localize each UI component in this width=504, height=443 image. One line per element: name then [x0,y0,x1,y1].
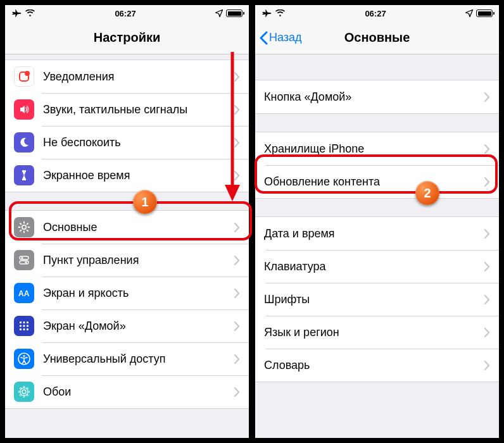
row-fonts[interactable]: Шрифты [255,283,499,316]
row-label: Клавиатура [264,260,484,273]
svg-point-2 [22,225,26,229]
row-label: Хранилище iPhone [264,142,484,156]
back-button[interactable]: Назад [259,22,302,54]
group-home-button: Кнопка «Домой» [255,80,499,114]
row-label: Экран «Домой» [43,320,234,333]
row-label: Пункт управления [43,254,234,267]
chevron-right-icon [234,72,240,82]
chevron-right-icon [234,321,240,331]
row-date-time[interactable]: Дата и время [255,217,499,250]
location-icon [465,9,473,17]
svg-rect-15 [23,328,25,330]
row-label: Язык и регион [264,326,484,339]
chevron-right-icon [484,262,490,271]
chevron-right-icon [484,177,490,187]
svg-point-1 [25,71,30,76]
svg-point-26 [27,388,28,390]
right-screen: 06:27 Назад Основные Кнопка «Домой» [254,4,500,439]
left-screen: 06:27 Настройки Уведомления [4,4,250,439]
row-keyboard[interactable]: Клавиатура [255,250,499,283]
chevron-right-icon [234,354,240,364]
row-label: Шрифты [264,293,484,306]
wallpaper-icon [14,382,34,402]
svg-point-18 [23,355,25,357]
svg-point-25 [20,388,22,390]
svg-point-24 [28,391,30,393]
airplane-mode-icon [261,9,272,18]
page-title: Настройки [94,30,161,45]
general-content[interactable]: Кнопка «Домой» Хранилище iPhone Обновлен… [255,54,499,438]
settings-content[interactable]: Уведомления Звуки, тактильные сигналы [5,54,249,438]
chevron-right-icon [484,361,490,370]
row-general[interactable]: Основные [5,211,249,244]
svg-rect-3 [20,256,28,259]
row-wallpaper[interactable]: Обои [5,375,249,408]
chevron-right-icon [234,387,240,397]
row-label: Уведомления [43,70,234,84]
row-screen-time[interactable]: Экранное время [5,159,249,192]
svg-point-19 [22,390,26,394]
group-locale: Дата и время Клавиатура Шрифты Язык и ре… [255,216,499,382]
location-icon [215,9,223,17]
chevron-right-icon [484,144,490,154]
home-screen-icon [14,316,34,336]
svg-rect-12 [23,325,25,327]
svg-point-4 [21,257,23,259]
nav-bar: Настройки [5,22,249,54]
wifi-icon [25,9,35,17]
chevron-right-icon [234,223,240,232]
chevron-right-icon [234,171,240,180]
row-label: Словарь [264,359,484,372]
row-label: Кнопка «Домой» [264,90,484,104]
notifications-icon [14,66,34,87]
svg-rect-16 [27,328,28,330]
svg-rect-11 [20,325,22,327]
row-label: Экранное время [43,169,234,182]
row-control-center[interactable]: Пункт управления [5,244,249,277]
row-label: Обновление контента [264,175,484,189]
row-accessibility[interactable]: Универсальный доступ [5,342,249,375]
accessibility-icon [14,349,34,369]
svg-point-21 [23,386,25,388]
svg-point-28 [27,394,28,396]
airplane-mode-icon [11,9,22,18]
chevron-right-icon [484,328,490,337]
svg-rect-8 [20,321,22,323]
svg-point-27 [20,394,22,396]
chevron-right-icon [234,289,240,298]
page-title: Основные [344,30,410,45]
svg-rect-9 [23,321,25,323]
row-iphone-storage[interactable]: Хранилище iPhone [255,132,499,165]
svg-point-22 [23,396,25,397]
back-label: Назад [269,31,302,44]
row-label: Дата и время [264,227,484,240]
chevron-right-icon [484,92,490,102]
row-sounds[interactable]: Звуки, тактильные сигналы [5,93,249,126]
svg-rect-5 [20,261,28,264]
svg-rect-10 [27,321,28,323]
status-bar: 06:27 [255,5,499,22]
chevron-right-icon [234,138,240,147]
row-home-button[interactable]: Кнопка «Домой» [255,80,499,113]
status-time: 06:27 [115,9,135,18]
dnd-icon [14,132,34,153]
row-label: Не беспокоить [43,136,234,149]
row-language-region[interactable]: Язык и регион [255,316,499,349]
wifi-icon [275,9,286,17]
chevron-right-icon [484,229,490,239]
screentime-icon [14,165,34,185]
row-background-app-refresh[interactable]: Обновление контента [255,165,499,198]
row-dictionary[interactable]: Словарь [255,349,499,382]
row-do-not-disturb[interactable]: Не беспокоить [5,126,249,159]
row-label: Основные [43,221,234,234]
sounds-icon [14,99,34,120]
row-display-brightness[interactable]: AA Экран и яркость [5,277,249,309]
row-label: Обои [43,385,234,399]
svg-rect-14 [20,328,22,330]
row-home-screen[interactable]: Экран «Домой» [5,309,249,342]
general-icon [14,217,34,237]
settings-group-attention: Уведомления Звуки, тактильные сигналы [5,59,249,192]
settings-group-general: Основные Пункт управления AA Экран [5,210,249,409]
group-storage: Хранилище iPhone Обновление контента [255,132,499,199]
row-notifications[interactable]: Уведомления [5,60,249,93]
